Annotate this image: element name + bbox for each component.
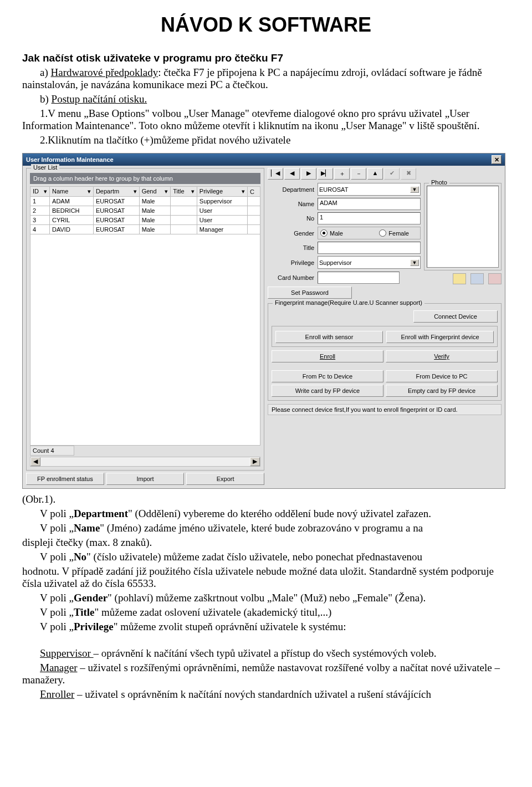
enroll-with-fp-device-button[interactable]: Enroll with Fingerprint device: [386, 331, 494, 343]
para-mgr: Manager – uživatel s rozšířenými oprávně…: [22, 662, 510, 686]
department-select[interactable]: EUROSAT▼: [318, 183, 421, 196]
table-row: 2BEDRICHEUROSATMaleUser: [30, 206, 260, 216]
remove-button[interactable]: －: [351, 168, 366, 180]
para-no2: hodnotu. V případě zadání již použitého …: [22, 565, 510, 590]
page-title: NÁVOD K SOFTWARE: [22, 13, 510, 37]
add-button[interactable]: ＋: [334, 168, 350, 180]
folder-icon[interactable]: [453, 273, 466, 284]
user-list-group: User List Drag a column header here to g…: [26, 168, 264, 471]
name-label: Name: [268, 201, 318, 207]
fingerprint-group: Fingerprint manage(Require U.are.U Scann…: [268, 303, 502, 401]
card-number-input[interactable]: [318, 272, 400, 284]
nav-first-button[interactable]: ▏◀: [268, 168, 283, 180]
verify-button[interactable]: Verify: [386, 350, 498, 362]
title-input[interactable]: [318, 242, 421, 254]
scroll-left-icon: ◀: [30, 457, 40, 466]
col-priv: Privilege ▾: [197, 187, 247, 197]
table-row: 4DAVIDEUROSATMaleManager: [30, 225, 260, 234]
para-1: 1.V menu „Base Options" volbou „User Man…: [22, 108, 510, 132]
para-name: V poli „Name" (Jméno) zadáme jméno uživa…: [22, 522, 510, 534]
camera-icon[interactable]: [470, 273, 484, 284]
enroll-with-sensor-button[interactable]: Enroll with sensor: [275, 331, 383, 343]
gender-label: Gender: [268, 230, 318, 237]
col-dept: Departm▾: [93, 187, 139, 197]
no-input[interactable]: 1: [318, 212, 421, 224]
col-name: Name ▾: [50, 187, 94, 197]
col-title: Title ▾: [171, 187, 197, 197]
photo-group: Photo: [424, 183, 502, 270]
gender-female-radio[interactable]: Female: [379, 229, 409, 237]
status-text: Please connect device first,If you want …: [268, 404, 502, 415]
col-gend: Gend▾: [139, 187, 171, 197]
table-row: 3CYRILEUROSATMaleUser: [30, 216, 260, 225]
set-password-button[interactable]: Set Password: [268, 287, 352, 299]
row-count: Count 4: [30, 446, 74, 456]
user-list-label: User List: [31, 164, 59, 171]
photo-area[interactable]: [427, 186, 499, 268]
obr-label: (Obr.1).: [22, 493, 510, 505]
title-label: Title: [268, 244, 318, 251]
confirm-button[interactable]: ✔: [384, 168, 400, 180]
table-empty-area: [30, 234, 260, 446]
gender-male-radio[interactable]: Male: [320, 229, 343, 237]
col-c: C: [248, 187, 260, 197]
user-info-dialog: User Information Maintenance ✕ User List…: [22, 153, 505, 489]
window-title: User Information Maintenance: [26, 156, 114, 163]
edit-button[interactable]: ▲: [367, 168, 383, 180]
para-enr: Enroller – uživatel s oprávněním k načít…: [22, 688, 510, 701]
name-input[interactable]: ADAM: [318, 198, 421, 210]
import-button[interactable]: Import: [106, 473, 185, 485]
nav-prev-button[interactable]: ◀: [284, 168, 300, 180]
fingerprint-group-label: Fingerprint manage(Require U.are.U Scann…: [273, 299, 424, 306]
para-name2: displeji čtečky (max. 8 znaků).: [22, 536, 510, 549]
para-2: 2.Kliknutím na tlačítko (+)můžeme přidat…: [22, 134, 510, 146]
enroll-button[interactable]: Enroll: [272, 350, 383, 362]
para-gender: V poli „Gender" (pohlaví) můžeme zaškrtn…: [22, 592, 510, 604]
department-label: Department: [268, 186, 318, 193]
no-label: No: [268, 215, 318, 222]
h-scrollbar[interactable]: ◀ ▶: [30, 457, 260, 467]
export-button[interactable]: Export: [186, 473, 264, 485]
cancel-button[interactable]: ✖: [401, 168, 416, 180]
para-title: V poli „Title" můžeme zadat oslovení uži…: [22, 606, 510, 619]
para-dept: V poli „Department" (Oddělení) vybereme …: [22, 508, 510, 520]
para-no: V poli „No" (číslo uživatele) můžeme zad…: [22, 551, 510, 563]
nav-next-button[interactable]: ▶: [301, 168, 316, 180]
record-nav-toolbar: ▏◀ ◀ ▶ ▶▏ ＋ － ▲ ✔ ✖: [268, 168, 502, 180]
photo-label: Photo: [429, 179, 449, 186]
connect-device-button[interactable]: Connect Device: [413, 310, 498, 323]
empty-card-button[interactable]: Empty card by FP device: [386, 385, 498, 397]
scroll-right-icon: ▶: [250, 457, 260, 466]
privilege-label: Privilege: [268, 259, 318, 266]
group-by-hint[interactable]: Drag a column header here to group by th…: [30, 173, 260, 184]
write-card-button[interactable]: Write card by FP device: [272, 385, 383, 397]
from-pc-to-device-button[interactable]: From Pc to Device: [272, 370, 383, 382]
para-priv: V poli „Privilege" můžeme zvolit stupeň …: [22, 621, 510, 633]
nav-last-button[interactable]: ▶▏: [318, 168, 333, 180]
table-row: 1ADAMEUROSATMaleSuppervisor: [30, 197, 260, 206]
window-titlebar[interactable]: User Information Maintenance ✕: [23, 154, 505, 166]
para-supp: Suppervisor – oprávnění k načítání všech…: [22, 647, 510, 660]
fp-enrollment-status-button[interactable]: FP enrollment status: [26, 473, 104, 485]
para-b: b) Postup načítání otisku.: [22, 93, 510, 105]
close-icon[interactable]: ✕: [492, 155, 502, 164]
from-device-to-pc-button[interactable]: From Device to PC: [386, 370, 498, 382]
card-number-label: Card Number: [268, 274, 318, 281]
delete-icon[interactable]: [488, 273, 502, 284]
privilege-select[interactable]: Suppervisor▼: [318, 256, 421, 269]
para-a: a) Hardwarové předpoklady: čtečka F7 je …: [22, 67, 510, 91]
heading-2: Jak načíst otisk uživateke v programu pr…: [22, 52, 510, 64]
user-table[interactable]: ID ▾ Name ▾ Departm▾ Gend▾ Title ▾ Privi…: [30, 186, 260, 234]
col-id: ID ▾: [30, 187, 50, 197]
